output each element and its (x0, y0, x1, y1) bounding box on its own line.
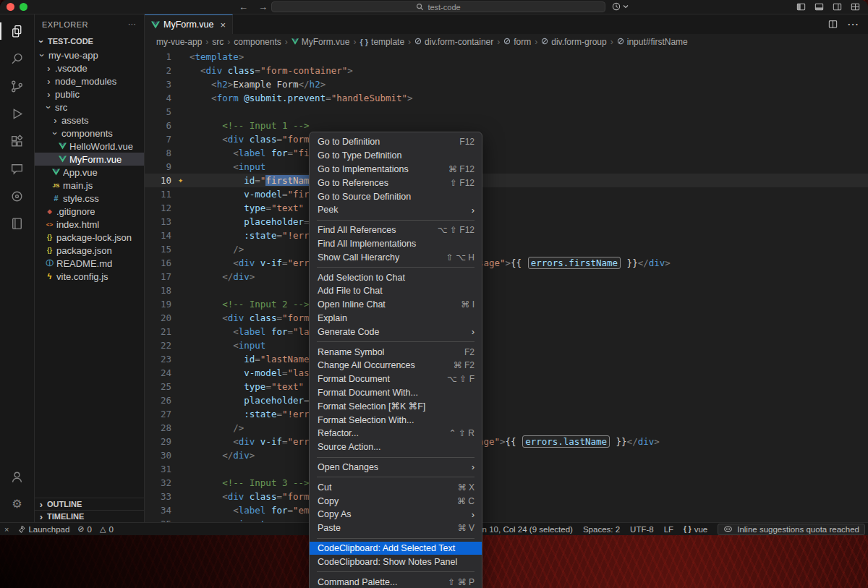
tree-item--vscode[interactable]: ›.vscode (35, 61, 144, 74)
code-action-icon[interactable]: ✦ (178, 174, 183, 187)
tree-item--gitignore[interactable]: ◆.gitignore (35, 205, 144, 218)
code-line-34[interactable]: 34 <label for="email">Email</label> (145, 503, 868, 517)
tree-item-main-js[interactable]: JSmain.js (35, 179, 144, 192)
code-line-23[interactable]: 23 id="lastName" (145, 352, 868, 366)
menu-item-codeclipboard-add-selected-text[interactable]: CodeClipboard: Add Selected Text (310, 542, 482, 555)
code-line-29[interactable]: 29 <div v-if="errors.lastName" class="er… (145, 435, 868, 448)
breadcrumb-item-div-form-group[interactable]: div.form-group (541, 37, 606, 47)
tree-item-components[interactable]: ›components (35, 127, 144, 140)
menu-item-format-selection-k-f[interactable]: Format Selection [⌘K ⌘F] (310, 399, 482, 413)
code-line-11[interactable]: 11 v-model="firstName" (145, 187, 868, 201)
tab-myform-vue[interactable]: MyForm.vue × (145, 14, 233, 34)
tree-item-node-modules[interactable]: ›node_modules (35, 74, 144, 88)
code-line-18[interactable]: 18 (145, 284, 868, 297)
command-center-search[interactable]: test-code (271, 1, 605, 12)
code-line-35[interactable]: 35 <input (145, 517, 868, 522)
code-line-8[interactable]: 8 <label for="firstName">First Name</lab… (145, 146, 868, 160)
toggle-primary-sidebar-button[interactable] (796, 1, 807, 12)
customize-layout-button[interactable] (850, 1, 861, 12)
menu-item-peek[interactable]: Peek› (310, 203, 482, 217)
menu-item-copy[interactable]: Copy⌘ C (310, 494, 482, 508)
tree-item-readme-md[interactable]: ⓘREADME.md (35, 257, 144, 270)
code-line-27[interactable]: 27 :state="!errors.lastName" (145, 407, 868, 421)
code-line-30[interactable]: 30 </div> (145, 448, 868, 462)
code-line-21[interactable]: 21 <label for="lastName">Last Name</labe… (145, 325, 868, 338)
menu-item-explain[interactable]: Explain (310, 312, 482, 325)
menu-item-open-inline-chat[interactable]: Open Inline Chat⌘ I (310, 298, 482, 312)
docs-view-button[interactable] (0, 210, 35, 237)
code-line-16[interactable]: 16 <div v-if="errors.firstName" class="e… (145, 256, 868, 270)
outline-section-header[interactable]: › OUTLINE (35, 498, 144, 510)
menu-item-show-call-hierarchy[interactable]: Show Call Hierarchy⇧ ⌥ H (310, 250, 482, 264)
tree-item-style-css[interactable]: #style.css (35, 192, 144, 205)
code-line-17[interactable]: 17 </div> (145, 270, 868, 284)
code-line-5[interactable]: 5 (145, 105, 868, 119)
menu-item-cut[interactable]: Cut⌘ X (310, 480, 482, 494)
explorer-view-button[interactable] (0, 17, 35, 45)
toggle-secondary-sidebar-button[interactable] (832, 1, 843, 12)
menu-item-format-selection-with[interactable]: Format Selection With... (310, 413, 482, 427)
accounts-button[interactable] (0, 463, 35, 490)
tree-item-vite-config-js[interactable]: ϟvite.config.js (35, 270, 144, 283)
menu-item-add-file-to-chat[interactable]: Add File to Chat (310, 284, 482, 298)
tree-item-app-vue[interactable]: App.vue (35, 166, 144, 179)
code-line-26[interactable]: 26 placeholder="Enter last name" (145, 393, 868, 407)
code-line-9[interactable]: 9 <input (145, 160, 868, 174)
menu-item-command-palette[interactable]: Command Palette...⇧ ⌘ P (310, 575, 482, 588)
status-item-launchpad[interactable]: Launchpad (17, 525, 69, 534)
code-line-7[interactable]: 7 <div class="form-group"> (145, 132, 868, 146)
forward-button[interactable]: → (258, 1, 268, 14)
code-line-20[interactable]: 20 <div class="form-group"> (145, 311, 868, 325)
tree-item-helloworld-vue[interactable]: HelloWorld.vue (35, 140, 144, 153)
code-line-10[interactable]: 10✦ id="firstName" (145, 174, 868, 187)
code-line-12[interactable]: 12 type="text" (145, 201, 868, 215)
code-line-1[interactable]: 1<template> (145, 50, 868, 64)
menu-item-find-all-implementations[interactable]: Find All Implementations (310, 237, 482, 251)
menu-item-go-to-definition[interactable]: Go to DefinitionF12 (310, 135, 482, 149)
code-line-19[interactable]: 19 <!-- Input 2 --> (145, 297, 868, 311)
status-item-ln-10-col-24-9-selected[interactable]: Ln 10, Col 24 (9 selected) (477, 525, 573, 534)
menu-item-codeclipboard-show-notes-panel[interactable]: CodeClipboard: Show Notes Panel (310, 555, 482, 568)
code-line-24[interactable]: 24 v-model="lastName" (145, 366, 868, 380)
code-editor[interactable]: 1<template>2 <div class="form-container"… (145, 50, 868, 522)
explorer-more-actions-button[interactable]: ⋯ (128, 20, 137, 29)
menu-item-add-selection-to-chat[interactable]: Add Selection to Chat (310, 270, 482, 284)
workspace-section-header[interactable]: › TEST-CODE (35, 34, 144, 48)
menu-item-format-document[interactable]: Format Document⌥ ⇧ F (310, 372, 482, 386)
menu-item-paste[interactable]: Paste⌘ V (310, 521, 482, 535)
code-line-4[interactable]: 4 <form @submit.prevent="handleSubmit"> (145, 91, 868, 105)
code-line-32[interactable]: 32 <!-- Input 3 --> (145, 476, 868, 490)
code-line-31[interactable]: 31 (145, 462, 868, 476)
code-line-15[interactable]: 15 /> (145, 242, 868, 256)
code-line-3[interactable]: 3 <h2>Example Form</h2> (145, 77, 868, 91)
breadcrumb-item-my-vue-app[interactable]: my-vue-app (156, 37, 202, 47)
code-line-2[interactable]: 2 <div class="form-container"> (145, 64, 868, 77)
code-line-25[interactable]: 25 type="text" (145, 380, 868, 393)
tree-item-package-json[interactable]: {}package.json (35, 244, 144, 257)
menu-item-refactor[interactable]: Refactor...⌃ ⇧ R (310, 427, 482, 440)
tree-item-index-html[interactable]: <>index.html (35, 218, 144, 231)
search-view-button[interactable] (0, 45, 35, 72)
tree-item-assets[interactable]: ›assets (35, 114, 144, 127)
more-editor-actions-button[interactable]: ⋯ (847, 17, 859, 31)
back-button[interactable]: ← (239, 1, 248, 14)
status-item-lf[interactable]: LF (664, 525, 673, 534)
zoom-window-button[interactable] (20, 3, 27, 11)
settings-button[interactable]: ⚙ (0, 490, 35, 518)
tree-item-package-lock-json[interactable]: {}package-lock.json (35, 231, 144, 244)
breadcrumb-item-src[interactable]: src (212, 37, 224, 47)
timeline-section-header[interactable]: › TIMELINE (35, 510, 144, 522)
code-line-13[interactable]: 13 placeholder="Enter first name" (145, 215, 868, 229)
menu-item-rename-symbol[interactable]: Rename SymbolF2 (310, 345, 482, 359)
menu-item-go-to-source-definition[interactable]: Go to Source Definition (310, 189, 482, 203)
status-item-inline-suggestions-quota-reached[interactable]: Inline suggestions quota reached (718, 524, 865, 535)
target-view-button[interactable] (0, 182, 35, 210)
breadcrumb-item-input-firstname[interactable]: input#firstName (617, 37, 688, 47)
run-debug-view-button[interactable] (0, 100, 35, 127)
status-item-0[interactable]: △0 (100, 524, 114, 534)
breadcrumb-item-template[interactable]: { }template (359, 37, 404, 47)
status-item-0[interactable]: ⊘0 (77, 524, 92, 534)
tab-close-button[interactable]: × (220, 20, 226, 30)
breadcrumb-item-form[interactable]: form (503, 37, 531, 47)
menu-item-copy-as[interactable]: Copy As› (310, 508, 482, 521)
